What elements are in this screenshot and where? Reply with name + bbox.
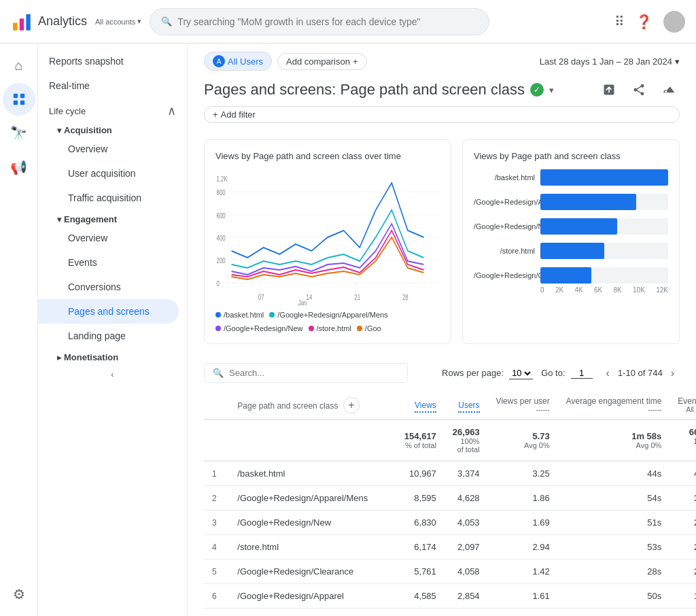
apps-icon[interactable]: ⠿: [614, 14, 625, 30]
svg-rect-5: [13, 101, 17, 105]
add-comparison-button[interactable]: Add comparison +: [277, 53, 367, 70]
table-row: 5 /Google+Redesign/Clearance 5,761 4,058…: [204, 560, 696, 584]
search-input[interactable]: [177, 16, 478, 27]
svg-text:800: 800: [217, 189, 226, 196]
bar-row-4: /store.html: [474, 243, 668, 259]
bar-row-3: /Google+Redesign/New: [474, 218, 668, 235]
table-section: 🔍 Rows per page: 10 25 50 Go to: ‹: [188, 355, 696, 616]
bar-track-5: [540, 267, 668, 284]
col-header-views[interactable]: Views: [396, 391, 445, 420]
bar-fill-3: [540, 218, 617, 235]
svg-text:0: 0: [217, 280, 220, 288]
col-header-page-path[interactable]: Page path and screen class +: [229, 391, 396, 420]
analytics-logo-icon: [11, 11, 33, 33]
sidebar-item-conversions[interactable]: Conversions: [38, 275, 179, 299]
main-content: A All Users Add comparison + Last 28 day…: [188, 44, 696, 616]
next-page-button[interactable]: ›: [665, 364, 680, 382]
bar-track-4: [540, 243, 668, 259]
side-menu: Reports snapshot Real-time Life cycle ∧ …: [38, 44, 188, 616]
rows-per-page-select[interactable]: 10 25 50: [509, 367, 533, 379]
add-column-button[interactable]: +: [343, 397, 360, 413]
table-row: 7 /Google+Redesign/Lifestyle/Drinkware 4…: [204, 609, 696, 617]
svg-rect-0: [13, 22, 17, 30]
nav-explore[interactable]: 🔭: [3, 117, 35, 150]
svg-text:07: 07: [258, 294, 264, 301]
line-chart-container: Views by Page path and screen class over…: [204, 139, 451, 344]
goto-input[interactable]: [571, 368, 593, 379]
table-search-icon: 🔍: [213, 368, 224, 378]
prev-page-button[interactable]: ‹: [601, 364, 615, 382]
app-title: Analytics: [38, 14, 87, 29]
bar-chart: /basket.html /Google+Redesign/Apparel/..…: [474, 169, 668, 284]
filter-bar: A All Users Add comparison + Last 28 day…: [188, 44, 696, 71]
svg-text:400: 400: [217, 235, 226, 242]
sidebar-item-pages-screens[interactable]: Pages and screens ←: [38, 299, 179, 324]
table-row: 2 /Google+Redesign/Apparel/Mens 8,595 4,…: [204, 486, 696, 511]
col-header-path[interactable]: [204, 391, 229, 420]
add-filter-bar: + Add filter: [188, 106, 696, 129]
bar-chart-container: Views by Page path and screen class /bas…: [462, 139, 680, 344]
bar-axis: 0 2K 4K 6K 8K 10K 12K: [474, 286, 668, 294]
table-search[interactable]: 🔍: [204, 363, 408, 383]
bar-track-2: [540, 194, 668, 210]
title-dropdown-icon[interactable]: ▾: [549, 85, 554, 95]
bar-label-5: /Google+Redesign/Clearance: [474, 271, 535, 280]
sidebar-item-traffic-acquisition[interactable]: Traffic acquisition: [38, 186, 179, 210]
sidebar-item-events[interactable]: Events: [38, 250, 179, 275]
sidebar-item-real-time[interactable]: Real-time: [38, 73, 187, 98]
col-header-event-count[interactable]: Event count All events ▾: [669, 391, 696, 420]
add-filter-button[interactable]: + Add filter: [204, 106, 680, 123]
col-header-views-per-user[interactable]: Views per user ------: [488, 391, 558, 420]
svg-rect-2: [26, 14, 30, 30]
legend-item-goo: /Goo: [357, 324, 381, 332]
bar-fill-2: [540, 194, 636, 210]
sidebar-section-lifecycle[interactable]: Life cycle ∧: [38, 98, 187, 121]
table-search-input[interactable]: [229, 368, 399, 378]
nav-reports[interactable]: [3, 83, 35, 116]
avatar[interactable]: [663, 11, 685, 33]
segment-icon: A: [213, 55, 225, 67]
table-row: 6 /Google+Redesign/Apparel 4,585 2,854 1…: [204, 584, 696, 609]
col-header-users[interactable]: Users: [445, 391, 488, 420]
bar-label-4: /store.html: [474, 246, 535, 256]
sidebar-item-overview-acq[interactable]: Overview: [38, 137, 179, 161]
bar-label-1: /basket.html: [474, 173, 535, 182]
data-table: Page path and screen class + Views Users…: [204, 391, 696, 616]
sidebar-item-reports-snapshot[interactable]: Reports snapshot: [38, 49, 187, 73]
col-header-avg-engagement[interactable]: Average engagement time ------: [558, 391, 670, 420]
help-icon[interactable]: ❓: [636, 14, 652, 30]
nav-advertising[interactable]: 📢: [3, 151, 35, 184]
totals-row: 154,617 % of total 26,963 100% of total …: [204, 420, 696, 461]
nav-settings[interactable]: ⚙: [3, 583, 35, 616]
chart-legend: /basket.html /Google+Redesign/Apparel/Me…: [215, 311, 440, 332]
sidebar-subsection-acquisition[interactable]: ▾ Acquisition: [38, 121, 187, 137]
bar-chart-title: Views by Page path and screen class: [474, 151, 668, 161]
share-icon[interactable]: [598, 79, 620, 101]
main-layout: ⌂ 🔭 📢 ⚙ Reports snapshot Real-time Life …: [0, 44, 696, 616]
export-icon[interactable]: [628, 79, 650, 101]
pagination: ‹ 1-10 of 744 ›: [601, 364, 680, 382]
account-selector[interactable]: All accounts ▾: [95, 17, 141, 26]
svg-rect-1: [20, 18, 24, 31]
sidebar-item-landing-page[interactable]: Landing page: [38, 324, 179, 348]
table-row: 1 /basket.html 10,967 3,374 3.25 44s 49,…: [204, 461, 696, 486]
date-range-selector[interactable]: Last 28 days 1 Jan – 28 Jan 2024 ▾: [540, 56, 680, 67]
svg-text:1.2K: 1.2K: [217, 175, 228, 183]
all-users-segment[interactable]: A All Users: [204, 52, 272, 71]
insights-icon[interactable]: [658, 79, 680, 101]
search-bar[interactable]: 🔍: [150, 8, 489, 35]
nav-home[interactable]: ⌂: [3, 49, 35, 82]
sidebar-item-user-acquisition[interactable]: User acquisition: [38, 161, 179, 186]
sidebar-item-overview-eng[interactable]: Overview: [38, 226, 179, 250]
svg-text:21: 21: [354, 294, 360, 301]
sidebar-collapse-button[interactable]: ‹: [38, 364, 187, 385]
sidebar-subsection-engagement[interactable]: ▾ Engagement ←: [38, 210, 187, 226]
acquisition-expand-icon: ▾: [57, 126, 61, 135]
sidebar-subsection-monetisation[interactable]: ▸ Monetisation: [38, 348, 187, 364]
goto-page: Go to:: [541, 368, 592, 379]
svg-text:14: 14: [307, 294, 313, 301]
logo: Analytics: [11, 11, 87, 33]
lifecycle-collapse-icon: ∧: [167, 103, 176, 118]
bar-track-3: [540, 218, 668, 235]
svg-text:200: 200: [217, 257, 226, 264]
